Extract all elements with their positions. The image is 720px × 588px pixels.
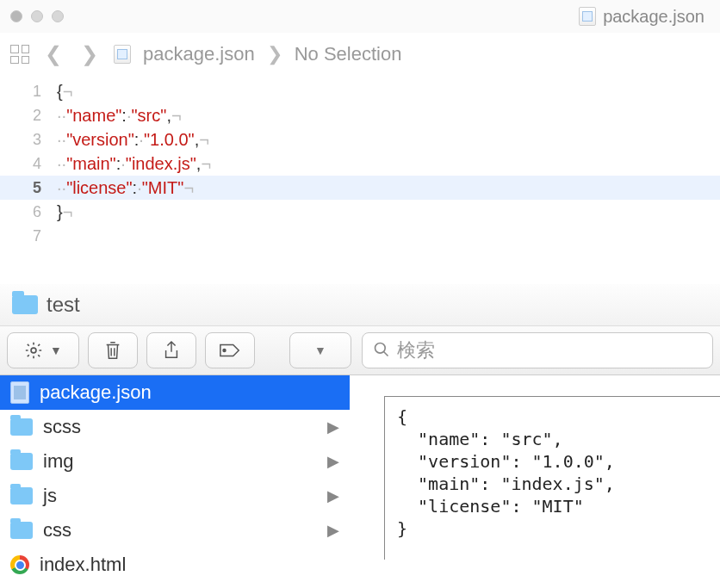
code-editor[interactable]: 1{¬ 2··"name":·"src",¬ 3··"version":·"1.… xyxy=(0,76,720,248)
line-number: 3 xyxy=(0,127,57,152)
code-line-4[interactable]: ··"main":·"index.js",¬ xyxy=(57,152,211,176)
title-filename: package.json xyxy=(603,7,704,27)
tag-icon xyxy=(219,342,241,359)
view-options-dropdown[interactable]: ▼ xyxy=(289,332,351,368)
disclosure-arrow-icon: ▶ xyxy=(327,486,339,505)
list-item[interactable]: css ▶ xyxy=(0,513,350,548)
file-icon xyxy=(579,7,596,26)
line-number: 6 xyxy=(0,200,57,224)
disclosure-arrow-icon: ▶ xyxy=(327,521,339,540)
trash-icon xyxy=(103,340,122,361)
folder-icon xyxy=(10,487,33,504)
breadcrumb: ❮ ❯ package.json ❯ No Selection xyxy=(0,33,720,76)
finder-toolbar: ▼ ▼ 検索 xyxy=(0,325,720,375)
search-icon xyxy=(373,337,390,364)
preview-content: { "name": "src", "version": "1.0.0", "ma… xyxy=(384,396,720,560)
preview-pane: { "name": "src", "version": "1.0.0", "ma… xyxy=(350,375,720,588)
finder-titlebar: test xyxy=(0,284,720,325)
code-line-6[interactable]: }¬ xyxy=(57,200,72,224)
file-list[interactable]: package.json scss ▶ img ▶ js ▶ css ▶ xyxy=(0,375,350,588)
line-number: 5 xyxy=(0,176,57,200)
breadcrumb-file[interactable]: package.json xyxy=(143,43,255,65)
list-item-label: scss xyxy=(43,416,81,438)
delete-button[interactable] xyxy=(88,332,138,368)
nav-forward-button[interactable]: ❯ xyxy=(78,42,102,66)
nav-back-button[interactable]: ❮ xyxy=(41,42,65,66)
finder-window: test ▼ ▼ 検索 xyxy=(0,284,720,588)
breadcrumb-selection: No Selection xyxy=(295,43,402,65)
list-item-label: css xyxy=(43,519,71,542)
svg-point-2 xyxy=(376,343,386,353)
search-placeholder: 検索 xyxy=(397,337,435,363)
line-number: 2 xyxy=(0,103,57,127)
line-number: 7 xyxy=(0,224,57,248)
finder-content: package.json scss ▶ img ▶ js ▶ css ▶ xyxy=(0,375,720,588)
file-icon xyxy=(10,381,29,404)
list-item-label: img xyxy=(43,450,73,473)
chrome-icon xyxy=(10,555,29,574)
folder-icon xyxy=(12,295,38,314)
share-icon xyxy=(162,340,181,361)
code-line-2[interactable]: ··"name":·"src",¬ xyxy=(57,103,182,127)
disclosure-arrow-icon: ▶ xyxy=(327,418,339,436)
list-item[interactable]: index.html xyxy=(0,548,350,582)
chevron-right-icon: ❯ xyxy=(267,43,282,65)
chevron-down-icon: ▼ xyxy=(314,344,326,357)
code-line-5[interactable]: ··"license":·"MIT"¬ xyxy=(57,176,194,200)
list-item[interactable]: js ▶ xyxy=(0,479,350,513)
list-item[interactable]: package.json xyxy=(0,375,350,410)
action-menu-button[interactable]: ▼ xyxy=(7,332,79,368)
chevron-down-icon: ▼ xyxy=(50,344,62,357)
file-icon xyxy=(114,45,131,64)
window-controls[interactable] xyxy=(10,10,64,22)
zoom-icon[interactable] xyxy=(52,10,64,22)
close-icon[interactable] xyxy=(10,10,22,22)
folder-icon xyxy=(10,522,33,539)
list-item-label: package.json xyxy=(40,381,152,404)
list-item-label: js xyxy=(43,485,57,507)
window-title: package.json xyxy=(64,7,710,27)
grid-icon[interactable] xyxy=(10,45,29,64)
share-button[interactable] xyxy=(146,332,196,368)
folder-icon xyxy=(10,418,33,436)
search-input[interactable]: 検索 xyxy=(362,332,713,368)
svg-point-0 xyxy=(31,348,36,353)
code-line-3[interactable]: ··"version":·"1.0.0",¬ xyxy=(57,127,209,152)
minimize-icon[interactable] xyxy=(31,10,43,22)
disclosure-arrow-icon: ▶ xyxy=(327,452,339,471)
line-number: 1 xyxy=(0,79,57,103)
folder-icon xyxy=(10,453,33,470)
tags-button[interactable] xyxy=(205,332,255,368)
list-item[interactable]: img ▶ xyxy=(0,444,350,479)
finder-title: test xyxy=(47,293,80,317)
editor-titlebar: package.json xyxy=(0,0,720,33)
editor-window: package.json ❮ ❯ package.json ❯ No Selec… xyxy=(0,0,720,284)
svg-point-1 xyxy=(223,350,226,352)
line-number: 4 xyxy=(0,152,57,176)
gear-icon xyxy=(24,341,43,360)
list-item[interactable]: scss ▶ xyxy=(0,410,350,444)
code-line-1[interactable]: {¬ xyxy=(57,79,72,103)
list-item-label: index.html xyxy=(40,554,126,576)
